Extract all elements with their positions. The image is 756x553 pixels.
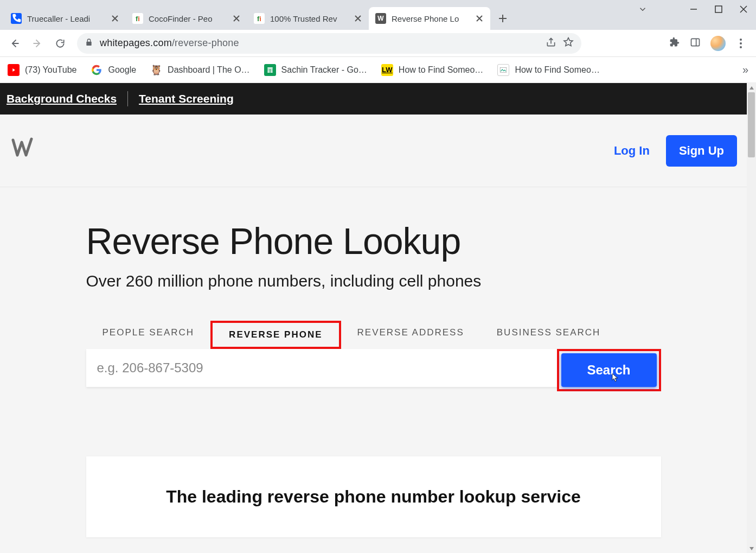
extensions-icon[interactable]: [669, 37, 680, 50]
browser-tab-trusted[interactable]: fi 100% Trusted Rev: [247, 7, 369, 30]
hero-section: Reverse Phone Lookup Over 260 million ph…: [0, 187, 747, 537]
bookmark-tracker[interactable]: Sachin Tracker - Go…: [264, 64, 367, 76]
tab-business-search[interactable]: BUSINESS SEARCH: [480, 321, 617, 349]
signup-button[interactable]: Sign Up: [666, 135, 737, 167]
close-icon[interactable]: [475, 14, 484, 23]
scroll-down-icon[interactable]: [747, 544, 756, 553]
bookmark-google[interactable]: Google: [91, 64, 136, 76]
browser-tab-truecaller[interactable]: Truecaller - Leadi: [4, 7, 126, 30]
bookmarks-bar: (73) YouTube Google 🦉 Dashboard | The O……: [0, 57, 756, 83]
bookmark-how-to-find-1[interactable]: LW How to Find Someo…: [381, 64, 484, 76]
window-controls: [681, 0, 756, 18]
image-icon: [497, 64, 509, 76]
svg-rect-1: [691, 39, 700, 46]
search-button-highlight: Search: [557, 349, 661, 391]
tab-reverse-address[interactable]: REVERSE ADDRESS: [341, 321, 480, 349]
bookmark-label: (73) YouTube: [25, 65, 76, 75]
bookmarks-overflow-icon[interactable]: »: [742, 63, 748, 76]
reload-button[interactable]: [51, 34, 69, 53]
vertical-scrollbar[interactable]: [747, 83, 756, 553]
bookmark-label: Google: [108, 65, 136, 75]
bookmark-star-icon[interactable]: [563, 37, 574, 50]
search-button-label: Search: [587, 363, 630, 378]
bookmark-label: How to Find Someo…: [399, 65, 484, 75]
tab-title: Reverse Phone Lo: [392, 14, 472, 23]
profile-avatar[interactable]: [710, 36, 726, 51]
info-card: The leading reverse phone number lookup …: [86, 456, 661, 537]
close-icon[interactable]: [354, 14, 362, 23]
maximize-button[interactable]: [706, 0, 731, 18]
site-header: Log In Sign Up: [0, 115, 747, 187]
login-link[interactable]: Log In: [614, 144, 650, 158]
lock-icon: [85, 38, 93, 49]
cursor-icon: [611, 371, 620, 386]
back-button[interactable]: [5, 34, 24, 53]
bookmark-dashboard[interactable]: 🦉 Dashboard | The O…: [150, 64, 250, 76]
phone-search-input[interactable]: [86, 349, 559, 387]
close-icon[interactable]: [111, 14, 119, 23]
bookmark-label: Dashboard | The O…: [168, 65, 250, 75]
fi-icon: fi: [132, 13, 143, 24]
browser-toolbar: whitepages.com/reverse-phone: [0, 30, 756, 57]
youtube-icon: [8, 64, 20, 76]
phone-icon: [11, 13, 22, 24]
svg-rect-0: [715, 6, 722, 12]
close-icon[interactable]: [232, 14, 241, 23]
tab-reverse-phone[interactable]: REVERSE PHONE: [210, 321, 341, 349]
lw-icon: LW: [381, 64, 393, 76]
tabs-chevron-icon[interactable]: [638, 4, 648, 16]
window-close-button[interactable]: [731, 0, 756, 18]
page-subtitle: Over 260 million phone numbers, includin…: [86, 272, 661, 290]
page-title: Reverse Phone Lookup: [86, 220, 661, 262]
sheets-icon: [264, 64, 276, 76]
top-nav-bar: Background Checks Tenant Screening: [0, 83, 747, 115]
url-text: whitepages.com/reverse-phone: [100, 37, 239, 49]
svg-rect-2: [501, 67, 507, 72]
link-background-checks[interactable]: Background Checks: [7, 92, 117, 105]
page-content: Background Checks Tenant Screening Log I…: [0, 83, 747, 553]
fi-icon: fi: [254, 13, 265, 24]
address-bar[interactable]: whitepages.com/reverse-phone: [77, 33, 581, 54]
browser-tab-whitepages[interactable]: W Reverse Phone Lo: [369, 7, 490, 30]
side-panel-icon[interactable]: [690, 37, 701, 50]
whitepages-logo[interactable]: [10, 135, 36, 167]
new-tab-button[interactable]: [495, 10, 511, 27]
tab-title: CocoFinder - Peo: [149, 14, 229, 23]
link-tenant-screening[interactable]: Tenant Screening: [139, 92, 234, 105]
search-tabs: PEOPLE SEARCH REVERSE PHONE REVERSE ADDR…: [86, 321, 661, 349]
bookmark-how-to-find-2[interactable]: How to Find Someo…: [497, 64, 600, 76]
owl-icon: 🦉: [150, 64, 162, 76]
scroll-up-icon[interactable]: [747, 83, 756, 92]
search-button[interactable]: Search: [561, 353, 657, 387]
card-heading: The leading reverse phone number lookup …: [108, 487, 639, 507]
bookmark-label: How to Find Someo…: [515, 65, 600, 75]
tab-title: 100% Trusted Rev: [270, 14, 350, 23]
scrollbar-thumb[interactable]: [748, 92, 755, 157]
tab-title: Truecaller - Leadi: [27, 14, 107, 23]
w-icon: W: [375, 13, 386, 24]
bookmark-youtube[interactable]: (73) YouTube: [8, 64, 76, 76]
divider: [127, 91, 128, 106]
google-icon: [91, 64, 102, 76]
browser-tab-cocofinder[interactable]: fi CocoFinder - Peo: [126, 7, 247, 30]
minimize-button[interactable]: [681, 0, 706, 18]
share-icon[interactable]: [546, 37, 556, 50]
bookmark-label: Sachin Tracker - Go…: [281, 65, 367, 75]
browser-tab-strip: Truecaller - Leadi fi CocoFinder - Peo f…: [0, 0, 756, 30]
tab-people-search[interactable]: PEOPLE SEARCH: [86, 321, 211, 349]
search-form: Search: [86, 349, 661, 391]
forward-button[interactable]: [28, 34, 47, 53]
chrome-menu-icon[interactable]: [735, 38, 746, 49]
